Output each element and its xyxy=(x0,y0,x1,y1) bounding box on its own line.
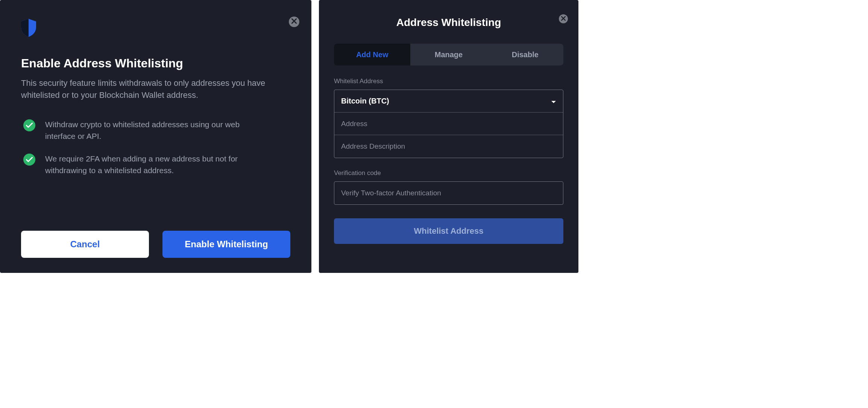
close-icon xyxy=(291,18,297,25)
cancel-button[interactable]: Cancel xyxy=(21,231,149,258)
tab-manage[interactable]: Manage xyxy=(410,44,487,65)
dialog-title: Enable Address Whitelisting xyxy=(21,56,290,70)
chevron-down-icon xyxy=(551,97,556,105)
feature-item: Withdraw crypto to whitelisted addresses… xyxy=(21,119,290,142)
address-description-input[interactable] xyxy=(334,135,563,158)
feature-text: Withdraw crypto to whitelisted addresses… xyxy=(45,119,256,142)
feature-item: We require 2FA when adding a new address… xyxy=(21,153,290,177)
panel-title: Address Whitelisting xyxy=(334,17,563,29)
tab-disable[interactable]: Disable xyxy=(487,44,563,65)
whitelist-address-group: Bitcoin (BTC) xyxy=(334,90,563,158)
check-icon xyxy=(23,119,35,131)
shield-icon xyxy=(21,19,290,38)
address-input[interactable] xyxy=(334,113,563,135)
close-icon xyxy=(561,15,566,22)
verification-code-label: Verification code xyxy=(334,169,563,177)
currency-selected-value: Bitcoin (BTC) xyxy=(341,97,389,105)
enable-whitelisting-button[interactable]: Enable Whitelisting xyxy=(162,231,290,258)
close-button[interactable] xyxy=(289,17,299,27)
check-icon xyxy=(23,154,35,166)
whitelist-address-button[interactable]: Whitelist Address xyxy=(334,218,563,244)
currency-select[interactable]: Bitcoin (BTC) xyxy=(334,90,563,113)
enable-whitelisting-dialog: Enable Address Whitelisting This securit… xyxy=(0,0,311,273)
whitelist-address-label: Whitelist Address xyxy=(334,78,563,85)
verification-group xyxy=(334,181,563,205)
tabs: Add New Manage Disable xyxy=(334,44,563,65)
close-button[interactable] xyxy=(559,14,568,23)
dialog-subtitle: This security feature limits withdrawals… xyxy=(21,77,290,101)
tab-add-new[interactable]: Add New xyxy=(334,44,410,65)
dialog-actions: Cancel Enable Whitelisting xyxy=(21,219,290,258)
address-whitelisting-panel: Address Whitelisting Add New Manage Disa… xyxy=(319,0,578,273)
feature-text: We require 2FA when adding a new address… xyxy=(45,153,256,177)
verification-code-input[interactable] xyxy=(334,182,563,204)
